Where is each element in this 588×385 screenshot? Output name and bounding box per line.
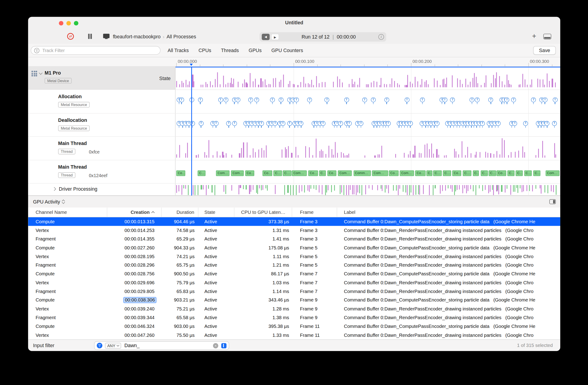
command-buffer-segment[interactable]: Co…	[389, 171, 399, 176]
tab-gpus[interactable]: GPUs	[249, 47, 262, 53]
command-buffer-segment[interactable]: C…	[473, 171, 479, 176]
command-buffer-segment[interactable]: Com…	[231, 171, 244, 176]
command-buffer-segment[interactable]: C…	[533, 171, 541, 176]
filter-value-text[interactable]: Dawn_	[124, 343, 213, 348]
command-buffer-segment[interactable]: C…	[433, 171, 442, 176]
marker-glyph: T	[199, 121, 204, 126]
table-row[interactable]: Fragment00:00.029.80565.83 µsActive1.14 …	[28, 287, 560, 296]
pause-icon[interactable]	[87, 34, 93, 39]
playhead-line[interactable]	[191, 67, 192, 196]
bottom-panel-toggle-icon[interactable]	[544, 34, 551, 39]
add-instrument-button[interactable]: +	[532, 32, 536, 40]
track-lane-deallocation[interactable]: TTTTTTTTTTTTTTTTTTTTTTTTTTTTTTTTTTTTTTTT…	[175, 114, 560, 136]
inspector-toggle-icon[interactable]	[549, 199, 556, 204]
breadcrumb-device[interactable]: fbeaufort-macbookpro	[113, 34, 161, 39]
save-button[interactable]: Save	[533, 46, 556, 55]
track-lane-m1-pro[interactable]	[175, 67, 560, 90]
track-lane-allocation[interactable]: TTTTTTTTTTTTTTTTTTTTTTTTTTTTTTTTTTTTT	[175, 90, 560, 113]
table-row[interactable]: Compute00:00.046.324903.00 µsActive395.3…	[28, 322, 560, 331]
column-header-state[interactable]: State	[198, 207, 234, 217]
command-buffer-segment[interactable]: C…	[524, 171, 532, 176]
command-buffer-segment[interactable]: C…	[463, 171, 471, 176]
track-lane-driver-processing[interactable]	[175, 184, 560, 195]
command-buffer-segment[interactable]: Co…	[176, 171, 185, 176]
command-buffer-segment[interactable]: Co…	[415, 171, 426, 176]
track-sidebar-main-thread-0xfce[interactable]: Main ThreadThread0xfce	[28, 137, 175, 160]
record-icon[interactable]: ⇄	[67, 33, 74, 40]
timeline-ruler[interactable]: 00:00.00000:00.10000:00.20000:00.300	[28, 57, 560, 67]
activity-bar	[544, 85, 545, 87]
track-sidebar-m1-pro[interactable]: M1 ProMetal DeviceState	[28, 67, 175, 90]
command-buffer-segment[interactable]: Com…	[216, 171, 230, 176]
table-row[interactable]: Vertex00:00.028.19574.21 µsActive1.11 ms…	[28, 252, 560, 261]
command-buffer-segment[interactable]: Co…	[245, 171, 254, 176]
command-buffer-segment[interactable]: Co…	[497, 171, 506, 176]
track-sidebar-driver-processing[interactable]: Driver Processing	[28, 184, 175, 195]
track-sidebar-main-thread-0x124eef[interactable]: Main ThreadThread0x124eef	[28, 160, 175, 183]
table-row[interactable]: Compute00:00.013.315904.46 µsActive373.3…	[28, 217, 560, 226]
command-buffer-segment[interactable]: Com…	[338, 171, 352, 176]
detail-view-selector[interactable]: GPU Activity	[33, 199, 65, 204]
column-header-channel-name[interactable]: Channel Name	[28, 207, 107, 217]
table-row[interactable]: Vertex00:00.039.24075.21 µsActive1.28 ms…	[28, 305, 560, 313]
command-buffer-segment[interactable]: C…	[283, 171, 291, 176]
table-row[interactable]: Vertex00:00.014.25374.58 µsActive1.31 ms…	[28, 226, 560, 235]
table-row[interactable]: Compute00:00.038.306903.21 µsActive343.4…	[28, 296, 560, 305]
driver-activity-bar	[203, 185, 204, 190]
info-icon[interactable]: i	[378, 34, 384, 40]
command-buffer-segment[interactable]: C…	[488, 171, 496, 176]
command-buffer-segment[interactable]: C…	[516, 171, 523, 176]
table-row[interactable]: Vertex00:00.029.69675.79 µsActive1.03 ms…	[28, 278, 560, 287]
command-buffer-segment[interactable]: C…	[319, 171, 326, 176]
command-buffer-segment[interactable]: C…	[481, 171, 488, 176]
breadcrumb-scope[interactable]: All Processes	[167, 34, 196, 39]
playhead-marker-icon[interactable]	[190, 64, 193, 66]
track-sidebar-deallocation[interactable]: DeallocationMetal Resource	[28, 114, 175, 136]
column-header-cpu-to-gpu-laten[interactable]: CPU to GPU Laten…	[234, 207, 292, 217]
tab-threads[interactable]: Threads	[221, 47, 239, 53]
command-buffer-segment[interactable]: Co…	[327, 171, 336, 176]
track-lane-main-thread-0xfce[interactable]	[175, 137, 560, 160]
command-buffer-segment[interactable]: Com…	[372, 171, 388, 176]
command-buffer-segment[interactable]: C…	[507, 171, 514, 176]
command-buffer-segment[interactable]: Co…	[263, 171, 272, 176]
track-sidebar-allocation[interactable]: AllocationMetal Resource	[28, 90, 175, 113]
table-row[interactable]: Compute00:00.028.756900.50 µsActive86.17…	[28, 270, 560, 278]
tab-cpus[interactable]: CPUs	[198, 47, 211, 53]
tab-gpu-counters[interactable]: GPU Counters	[272, 47, 303, 53]
command-buffer-segment[interactable]: Com…	[400, 171, 414, 176]
table-row[interactable]: Fragment00:00.014.35565.29 µsActive1.41 …	[28, 235, 560, 243]
tab-all-tracks[interactable]: All Tracks	[168, 47, 189, 53]
command-buffer-segment[interactable]: Com…	[546, 171, 560, 176]
column-header-duration[interactable]: Duration	[162, 207, 198, 217]
breadcrumb[interactable]: fbeaufort-macbookpro›All Processes	[113, 34, 196, 39]
table-row[interactable]: Compute00:00.027.260904.33 µsActive175.0…	[28, 243, 560, 252]
clear-filter-icon[interactable]: ×	[213, 343, 218, 348]
command-buffer-segment[interactable]: Co…	[308, 171, 318, 176]
match-mode-dropdown[interactable]: ANY	[105, 343, 121, 348]
filter-active-icon[interactable]	[97, 343, 102, 348]
chevron-right-icon[interactable]	[52, 187, 56, 191]
track-lane-main-thread-0x124eef[interactable]: Co…C…Com…Com…Co…Co…C…C…Com…Co…C…Co…Com…C…	[175, 160, 560, 183]
column-header-frame[interactable]: Frame	[292, 207, 337, 217]
track-filter-input[interactable]	[42, 47, 157, 54]
cell-state: Active	[198, 331, 234, 339]
command-buffer-segment[interactable]: C…	[198, 171, 206, 176]
chevron-down-icon[interactable]	[39, 71, 42, 75]
previous-run-button[interactable]: ◀	[262, 34, 270, 40]
column-header-label[interactable]: Label	[337, 207, 560, 217]
table-row[interactable]: Fragment00:00.028.29665.75 µsActive1.21 …	[28, 261, 560, 270]
filter-token-icon[interactable]	[221, 343, 227, 348]
command-buffer-segment[interactable]: C…	[273, 171, 282, 176]
command-buffer-segment[interactable]: C…	[426, 171, 433, 176]
command-buffer-segment[interactable]: Co…	[452, 171, 461, 176]
table-row[interactable]: Fragment00:00.039.34465.58 µsActive1.38 …	[28, 313, 560, 322]
track-filter-field[interactable]	[31, 46, 161, 55]
table-row[interactable]: Vertex00:00.047.26075.50 µsActive1.33 ms…	[28, 331, 560, 339]
command-buffer-segment[interactable]: Comm…	[354, 171, 371, 176]
next-run-button[interactable]: ▶	[271, 34, 279, 40]
command-buffer-segment[interactable]: C…	[443, 171, 451, 176]
command-buffer-segment[interactable]: Com…	[292, 171, 307, 176]
column-header-creation[interactable]: Creation	[107, 207, 162, 217]
input-filter-field[interactable]: ANY Dawn_ ×	[94, 341, 229, 350]
